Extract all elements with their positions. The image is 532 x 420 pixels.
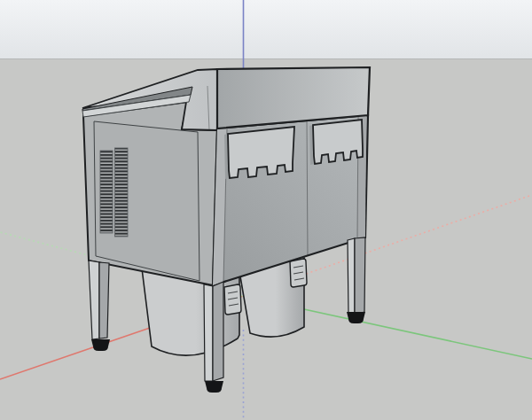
foot-front-center[interactable]: [205, 381, 223, 393]
vent-grille-left-column[interactable]: [100, 151, 113, 233]
leg-front-center-dark-face[interactable]: [213, 282, 223, 381]
vent-grille-right-column[interactable]: [115, 148, 129, 237]
foot-rear-right[interactable]: [347, 312, 365, 323]
scene-canvas[interactable]: [0, 0, 532, 420]
leg-front-center-light-face[interactable]: [204, 284, 213, 381]
sky: [0, 0, 532, 59]
bucket-left-handle[interactable]: [224, 284, 241, 315]
leg-rear-right-light-face[interactable]: [348, 238, 355, 315]
leg-rear-right-dark-face[interactable]: [355, 237, 365, 315]
3d-model-viewport[interactable]: [0, 0, 532, 420]
foot-front-left[interactable]: [91, 339, 110, 351]
leg-front-left-dark-face[interactable]: [99, 262, 109, 338]
